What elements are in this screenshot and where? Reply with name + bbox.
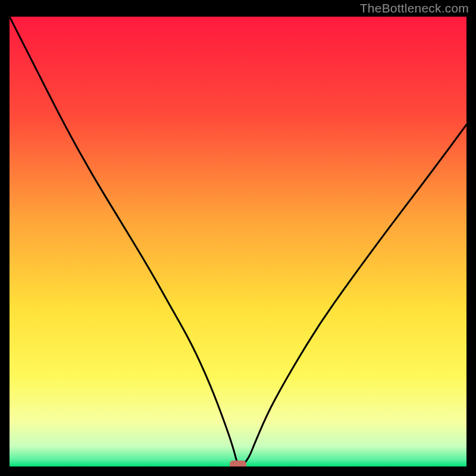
plot-area (10, 17, 466, 466)
minimum-marker (230, 461, 246, 466)
chart-frame: TheBottleneck.com (0, 0, 476, 476)
watermark-text: TheBottleneck.com (360, 1, 469, 15)
bottleneck-chart (10, 17, 466, 466)
gradient-background (10, 17, 466, 466)
